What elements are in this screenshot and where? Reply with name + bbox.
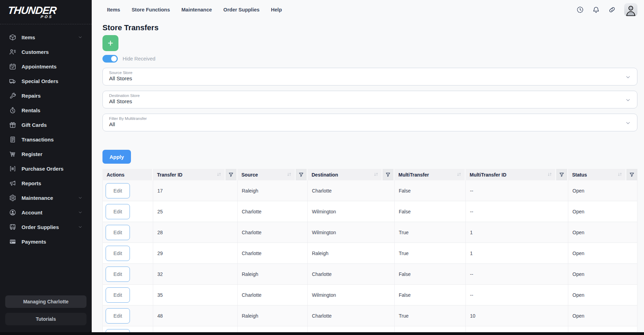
sidebar-item-special-orders[interactable]: Special Orders: [5, 74, 87, 88]
sort-icon[interactable]: [373, 172, 379, 178]
destination-store-select[interactable]: Destination Store All Stores: [102, 91, 637, 108]
sort-icon[interactable]: [456, 172, 462, 178]
edit-button[interactable]: Edit: [106, 183, 130, 198]
brand-name: THUNDER: [7, 5, 57, 16]
sidebar-item-register[interactable]: Register: [5, 147, 87, 161]
filter-funnel-button[interactable]: [295, 169, 307, 180]
user-circle-icon: [9, 209, 16, 216]
sidebar-item-appointments[interactable]: Appointments: [5, 59, 87, 74]
source-store-label: Source Store: [109, 71, 623, 75]
toggle-knob: [111, 56, 117, 62]
user-avatar[interactable]: [624, 3, 637, 16]
topnav-help[interactable]: Help: [271, 7, 282, 13]
edit-button[interactable]: Edit: [106, 308, 130, 324]
chevron-down-icon: [625, 97, 631, 103]
topnav-store-functions[interactable]: Store Functions: [132, 7, 170, 13]
multitransfer-filter-select[interactable]: Filter By Multitransfer All: [102, 114, 637, 131]
cell-status: Open: [568, 285, 638, 305]
tutorials-button[interactable]: Tutorials: [5, 313, 86, 325]
cell-transfer-id: 48: [153, 305, 238, 326]
sidebar-item-label: Transactions: [22, 137, 54, 142]
wrench-icon: [9, 92, 16, 99]
cell-multitransfer-id: --: [466, 285, 568, 305]
table-row: Edit49RaleighWilmingtonTrue10Open: [103, 326, 637, 332]
sidebar-item-customers[interactable]: Customers: [5, 44, 87, 59]
sidebar-item-repairs[interactable]: Repairs: [5, 88, 87, 103]
table-row: Edit32RaleighCharlotteFalse--Open: [103, 264, 637, 285]
cell-source: Charlotte: [238, 222, 308, 243]
sidebar-item-label: Order Supplies: [22, 224, 59, 230]
topnav-items[interactable]: Items: [107, 7, 120, 13]
sidebar-item-transactions[interactable]: Transactions: [5, 132, 87, 147]
cell-source: Charlotte: [238, 285, 308, 305]
hide-received-toggle[interactable]: [102, 55, 118, 63]
column-label: Status: [572, 172, 587, 178]
sort-icon[interactable]: [216, 172, 222, 178]
edit-button[interactable]: Edit: [106, 246, 130, 261]
managing-store-button[interactable]: Managing Charlotte: [5, 295, 86, 308]
cell-destination: Wilmington: [308, 222, 395, 243]
edit-button[interactable]: Edit: [106, 287, 130, 303]
sidebar-item-gift-cards[interactable]: Gift Cards: [5, 117, 87, 132]
apply-button[interactable]: Apply: [102, 150, 131, 164]
bus-icon: [9, 223, 16, 231]
edit-button[interactable]: Edit: [106, 329, 130, 333]
source-store-select[interactable]: Source Store All Stores: [102, 68, 637, 85]
sidebar-item-label: Gift Cards: [22, 122, 47, 128]
receipt-icon: [9, 136, 16, 143]
edit-button[interactable]: Edit: [106, 225, 130, 240]
top-bar: ItemsStore FunctionsMaintenanceOrder Sup…: [102, 0, 637, 19]
sidebar-item-items[interactable]: Items: [5, 30, 87, 44]
sidebar-item-reports[interactable]: Reports: [5, 176, 87, 190]
sidebar-item-label: Register: [22, 151, 42, 157]
cell-source: Charlotte: [238, 243, 308, 263]
edit-button[interactable]: Edit: [106, 204, 130, 219]
cell-actions: Edit: [103, 222, 153, 243]
cell-multitransfer: True: [395, 222, 466, 243]
cell-status: Open: [568, 222, 638, 243]
brand-logo: THUNDER POS: [0, 0, 92, 24]
chevron-down-icon: [625, 120, 631, 126]
filters-section: Source Store All Stores Destination Stor…: [102, 68, 637, 131]
cell-actions: Edit: [103, 326, 153, 332]
destination-store-label: Destination Store: [109, 93, 623, 98]
sidebar-item-order-supplies[interactable]: Order Supplies: [5, 220, 87, 234]
sidebar-item-purchase-orders[interactable]: Purchase Orders: [5, 161, 87, 176]
sidebar-item-label: Account: [22, 210, 42, 215]
sidebar-item-payments[interactable]: Payments: [5, 234, 87, 249]
cell-destination: Charlotte: [308, 305, 395, 326]
cell-destination: Wilmington: [308, 285, 395, 305]
sort-icon[interactable]: [286, 172, 292, 178]
filter-funnel-button[interactable]: [225, 169, 237, 180]
edit-button[interactable]: Edit: [106, 267, 130, 282]
link-icon[interactable]: [608, 6, 616, 14]
table-row: Edit28CharlotteWilmingtonTrue1Open: [103, 222, 637, 243]
column-header-actions: Actions: [102, 169, 153, 180]
sidebar-item-account[interactable]: Account: [5, 205, 87, 220]
sort-icon[interactable]: [547, 172, 553, 178]
cell-transfer-id: 17: [153, 180, 238, 201]
notifications-bell-icon[interactable]: [592, 6, 600, 14]
table-row: Edit25CharlotteWilmingtonFalse--Open: [103, 201, 637, 222]
sidebar-item-rentals[interactable]: Rentals: [5, 103, 87, 117]
filter-funnel-button[interactable]: [626, 169, 637, 180]
history-clock-icon[interactable]: [576, 6, 584, 14]
table-body: Edit17RaleighCharlotteFalse--OpenEdit25C…: [102, 180, 637, 332]
filter-funnel-button[interactable]: [555, 169, 567, 180]
cell-multitransfer: False: [395, 201, 466, 222]
sidebar-item-label: Items: [22, 34, 35, 40]
chevron-down-icon: [78, 224, 83, 229]
cell-status: Open: [568, 201, 638, 222]
topnav-maintenance[interactable]: Maintenance: [181, 7, 212, 13]
cell-multitransfer: False: [395, 180, 466, 201]
cell-multitransfer-id: --: [466, 180, 568, 201]
topnav-order-supplies[interactable]: Order Supplies: [223, 7, 259, 13]
sidebar-item-label: Maintenance: [22, 195, 53, 201]
filter-funnel-button[interactable]: [382, 169, 394, 180]
add-transfer-button[interactable]: +: [102, 35, 118, 51]
sidebar-item-maintenance[interactable]: Maintenance: [5, 190, 87, 205]
cell-destination: Wilmington: [308, 201, 395, 222]
chevron-down-icon: [78, 195, 83, 200]
sort-icon[interactable]: [617, 172, 623, 178]
cell-actions: Edit: [103, 305, 153, 326]
